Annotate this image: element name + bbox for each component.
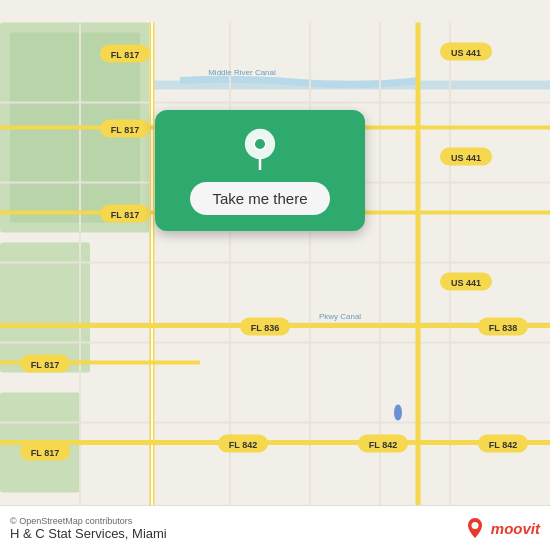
location-pin-icon [239,128,281,170]
take-me-there-button[interactable]: Take me there [190,182,329,215]
bottom-left: © OpenStreetMap contributors H & C Stat … [10,516,167,541]
moovit-icon [463,516,487,540]
map-background [0,0,550,550]
map-container: FL 817 FL 817 FL 817 FL 817 FL 817 US 44… [0,0,550,550]
attribution-text: © OpenStreetMap contributors [10,516,167,526]
svg-point-57 [471,522,478,529]
moovit-text: moovit [491,520,540,537]
svg-point-56 [254,138,266,150]
cta-card: Take me there [155,110,365,231]
location-name: H & C Stat Services, Miami [10,526,167,541]
bottom-bar: © OpenStreetMap contributors H & C Stat … [0,505,550,550]
moovit-logo: moovit [463,516,540,540]
